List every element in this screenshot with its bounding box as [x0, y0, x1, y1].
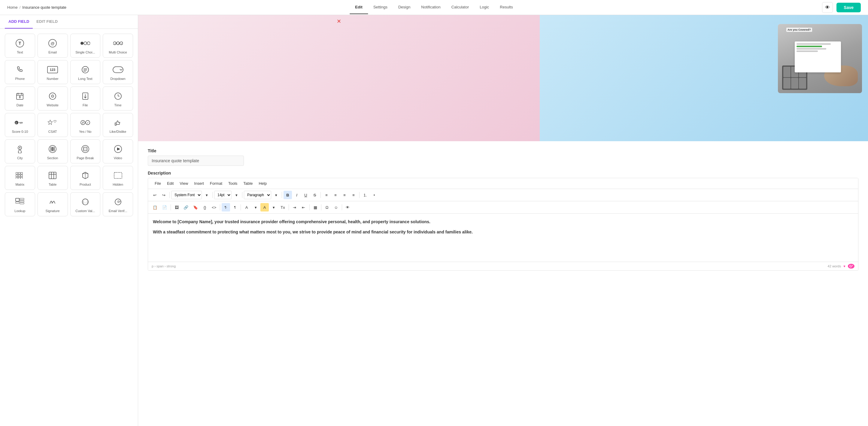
highlight-picker[interactable]: ▾ [270, 203, 278, 212]
align-justify-button[interactable]: ≡ [349, 191, 358, 199]
align-center-button[interactable]: ≡ [331, 191, 340, 199]
style-dropdown-btn[interactable]: ▾ [272, 191, 280, 199]
svg-text:123: 123 [50, 68, 55, 71]
tab-add-field[interactable]: ADD FIELD [5, 15, 33, 29]
bookmark-button[interactable]: 🔖 [191, 203, 200, 212]
field-item-phone[interactable]: Phone [5, 60, 35, 84]
field-item-video[interactable]: Video [103, 140, 133, 163]
svg-point-42 [19, 147, 21, 148]
field-item-number[interactable]: 123 Number [37, 60, 68, 84]
tab-logic[interactable]: Logic [474, 1, 494, 14]
image-button[interactable]: 🖼 [173, 203, 181, 212]
align-left-button[interactable]: ≡ [322, 191, 331, 199]
emoji-button[interactable]: ☺ [332, 203, 340, 212]
unordered-list-button[interactable]: • [370, 191, 378, 199]
close-button[interactable]: ✕ [337, 18, 341, 25]
field-item-website[interactable]: Website [37, 87, 68, 111]
source-button[interactable]: <> [210, 203, 218, 212]
tab-design[interactable]: Design [393, 1, 416, 14]
menu-edit[interactable]: Edit [164, 180, 177, 187]
indent-button[interactable]: ⇥ [290, 203, 299, 212]
menu-file[interactable]: File [152, 180, 164, 187]
undo-button[interactable]: ↩ [151, 191, 159, 199]
clear-format-button[interactable]: Tx [278, 203, 287, 212]
outdent-button[interactable]: ⇤ [300, 203, 308, 212]
highlight-button[interactable]: A [260, 203, 269, 212]
link-button[interactable]: 🔗 [181, 203, 190, 212]
underline-button[interactable]: U [302, 191, 310, 199]
svg-rect-58 [21, 175, 23, 177]
title-input[interactable] [148, 156, 244, 166]
show-blocks-button[interactable]: ¶· [222, 203, 230, 212]
font-size-select[interactable]: 14pt [214, 191, 231, 199]
field-item-csat[interactable]: CSAT [37, 113, 68, 137]
field-item-lookup[interactable]: Lookup [5, 192, 35, 216]
field-item-date[interactable]: 8 Date [5, 87, 35, 111]
menu-tools[interactable]: Tools [225, 180, 240, 187]
field-label-product: Product [80, 183, 91, 187]
field-item-email-verif[interactable]: @ ✓ Email Verif... [103, 192, 133, 216]
product-icon [80, 170, 91, 181]
tab-calculator[interactable]: Calculator [446, 1, 474, 14]
breadcrumb-home[interactable]: Home [7, 5, 18, 10]
field-item-single-choice[interactable]: Single Choi... [70, 34, 101, 58]
field-item-like-dislike[interactable]: Like/Dislike [103, 113, 133, 137]
field-item-file[interactable]: File [70, 87, 101, 111]
field-grid: T Text @ Email [0, 29, 138, 221]
ordered-list-button[interactable]: 1. [361, 191, 369, 199]
tab-edit[interactable]: Edit [350, 1, 368, 14]
field-item-product[interactable]: Product [70, 166, 101, 190]
svg-text:✓: ✓ [87, 121, 89, 124]
style-select[interactable]: Paragraph [244, 191, 271, 199]
font-color-picker[interactable]: ▾ [251, 203, 260, 212]
menu-help[interactable]: Help [256, 180, 270, 187]
field-item-matrix[interactable]: Matrix [5, 166, 35, 190]
field-label-signature: Signature [45, 209, 60, 213]
field-item-long-text[interactable]: Long Text [70, 60, 101, 84]
menu-view[interactable]: View [177, 180, 191, 187]
tab-settings[interactable]: Settings [368, 1, 393, 14]
font-dropdown-btn[interactable]: ▾ [203, 191, 211, 199]
italic-button[interactable]: I [292, 191, 301, 199]
save-button[interactable]: Save [836, 3, 861, 12]
font-size-dropdown-btn[interactable]: ▾ [232, 191, 241, 199]
field-item-table[interactable]: Table [37, 166, 68, 190]
menu-table[interactable]: Table [240, 180, 256, 187]
menu-insert[interactable]: Insert [191, 180, 207, 187]
field-item-email[interactable]: @ Email [37, 34, 68, 58]
field-item-multi-choice[interactable]: ✓ ✓ ✓ Multi Choice [103, 34, 133, 58]
field-item-yes-no[interactable]: ✗ ✓ Yes / No [70, 113, 101, 137]
nonbreaking-button[interactable]: ¶ [231, 203, 239, 212]
paste-button[interactable]: 📋 [151, 203, 159, 212]
grammarly-icon[interactable]: G² [848, 264, 855, 269]
field-item-score[interactable]: 0 10 Score 0-10 [5, 113, 35, 137]
editor-content[interactable]: Welcome to [Company Name], your trusted … [148, 214, 858, 262]
special-char-button[interactable]: Ω [323, 203, 331, 212]
tab-notification[interactable]: Notification [416, 1, 446, 14]
field-item-page-break[interactable]: Page Break [70, 140, 101, 163]
font-family-select[interactable]: System Font [171, 191, 202, 199]
field-label-multi-choice: Multi Choice [109, 51, 127, 54]
redo-button[interactable]: ↪ [159, 191, 168, 199]
field-item-dropdown[interactable]: Dropdown [103, 60, 133, 84]
field-item-section[interactable]: Section [37, 140, 68, 163]
preview-button[interactable]: 👁 [822, 2, 833, 13]
paste-text-button[interactable]: 📄 [160, 203, 169, 212]
menu-format[interactable]: Format [207, 180, 225, 187]
field-item-city[interactable]: City [5, 140, 35, 163]
tab-edit-field[interactable]: EDIT FIELD [33, 15, 61, 29]
field-item-custom-val[interactable]: ⟨…⟩ Custom Val... [70, 192, 101, 216]
field-item-signature[interactable]: Signature [37, 192, 68, 216]
strikethrough-button[interactable]: S [311, 191, 319, 199]
field-item-hidden[interactable]: Hidden [103, 166, 133, 190]
table-insert-button[interactable]: ▦ [311, 203, 319, 212]
field-item-text[interactable]: T Text [5, 34, 35, 58]
font-color-button[interactable]: A [242, 203, 251, 212]
bold-button[interactable]: B [283, 191, 292, 199]
field-item-time[interactable]: Time [103, 87, 133, 111]
tab-results[interactable]: Results [494, 1, 518, 14]
align-right-button[interactable]: ≡ [340, 191, 349, 199]
toolbar-sep-1 [169, 192, 170, 198]
preview-content-button[interactable]: 👁 [344, 203, 352, 212]
code-block-button[interactable]: {} [200, 203, 209, 212]
